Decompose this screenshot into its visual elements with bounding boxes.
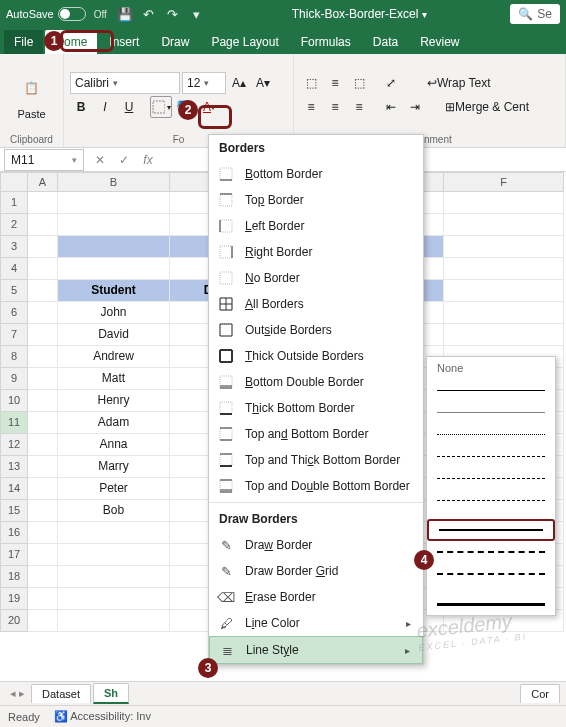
col-head-B[interactable]: B — [58, 172, 170, 192]
search-box[interactable]: 🔍 Se — [510, 4, 560, 24]
row-head[interactable]: 13 — [0, 456, 28, 478]
cell[interactable] — [444, 302, 564, 324]
menu-item-border[interactable]: Thick Outside Borders — [209, 343, 423, 369]
cell[interactable]: Adam — [58, 412, 170, 434]
row-head[interactable]: 5 — [0, 280, 28, 302]
qa-more-icon[interactable]: ▾ — [187, 4, 207, 24]
cell[interactable]: Bob — [58, 500, 170, 522]
cell[interactable] — [28, 236, 58, 258]
sheet-nav[interactable]: ◂ ▸ — [6, 687, 29, 700]
paste-button[interactable]: 📋 — [14, 70, 50, 106]
cell[interactable] — [28, 566, 58, 588]
cell[interactable] — [28, 478, 58, 500]
line-style-option[interactable] — [427, 467, 555, 489]
cell[interactable]: Student — [58, 280, 170, 302]
cell[interactable]: David — [58, 324, 170, 346]
menu-item-border[interactable]: Outside Borders — [209, 317, 423, 343]
underline-button[interactable]: U — [118, 96, 140, 118]
row-head[interactable]: 14 — [0, 478, 28, 500]
align-right-button[interactable]: ≡ — [348, 96, 370, 118]
cell[interactable] — [58, 192, 170, 214]
cell[interactable] — [28, 544, 58, 566]
line-style-none[interactable]: None — [427, 357, 555, 379]
sheet-tab-right[interactable]: Cor — [520, 684, 560, 703]
cell[interactable]: Andrew — [58, 346, 170, 368]
menu-item-pen[interactable]: 🖊Line Color▸ — [209, 610, 423, 636]
accessibility-status[interactable]: ♿ Accessibility: Inv — [54, 710, 151, 723]
cell[interactable] — [28, 588, 58, 610]
sheet-tab-dataset[interactable]: Dataset — [31, 684, 91, 703]
cell[interactable] — [28, 302, 58, 324]
menu-item-border[interactable]: Top Border — [209, 187, 423, 213]
cell[interactable] — [28, 368, 58, 390]
row-head[interactable]: 3 — [0, 236, 28, 258]
indent-inc-button[interactable]: ⇥ — [404, 96, 426, 118]
row-head[interactable]: 15 — [0, 500, 28, 522]
menu-item-lines[interactable]: ≣Line Style▸ — [209, 636, 423, 664]
cell[interactable] — [58, 610, 170, 632]
cell[interactable] — [58, 588, 170, 610]
row-head[interactable]: 19 — [0, 588, 28, 610]
font-color-button[interactable]: A▾ — [198, 96, 220, 118]
menu-item-border[interactable]: Bottom Border — [209, 161, 423, 187]
cell[interactable] — [444, 214, 564, 236]
name-box[interactable]: M11▾ — [4, 149, 84, 171]
merge-center-button[interactable]: ⊞ Merge & Cent — [440, 96, 534, 118]
row-head[interactable]: 6 — [0, 302, 28, 324]
row-head[interactable]: 11 — [0, 412, 28, 434]
row-head[interactable]: 8 — [0, 346, 28, 368]
shrink-font-button[interactable]: A▾ — [252, 72, 274, 94]
line-style-option[interactable] — [427, 489, 555, 511]
cell[interactable] — [28, 390, 58, 412]
align-bottom-button[interactable]: ⬚ — [348, 72, 370, 94]
col-head-A[interactable]: A — [28, 172, 58, 192]
cell[interactable]: John — [58, 302, 170, 324]
cell[interactable] — [444, 280, 564, 302]
cell[interactable] — [28, 610, 58, 632]
menu-item-border[interactable]: Right Border — [209, 239, 423, 265]
cell[interactable] — [28, 434, 58, 456]
row-head[interactable]: 2 — [0, 214, 28, 236]
cell[interactable] — [28, 456, 58, 478]
fx-icon[interactable]: fx — [136, 153, 160, 167]
cell[interactable] — [444, 236, 564, 258]
cancel-icon[interactable]: ✕ — [88, 153, 112, 167]
menu-item-pencil[interactable]: ✎Draw Border — [209, 532, 423, 558]
line-style-option[interactable] — [427, 519, 555, 541]
cell[interactable]: Matt — [58, 368, 170, 390]
menu-item-eraser[interactable]: ⌫Erase Border — [209, 584, 423, 610]
tab-draw[interactable]: Draw — [151, 30, 199, 54]
sheet-tab-active[interactable]: Sh — [93, 683, 129, 704]
borders-split-button[interactable]: ▾ — [150, 96, 172, 118]
enter-icon[interactable]: ✓ — [112, 153, 136, 167]
cell[interactable]: Anna — [58, 434, 170, 456]
menu-item-border[interactable]: Thick Bottom Border — [209, 395, 423, 421]
cell[interactable] — [28, 346, 58, 368]
cell[interactable] — [28, 522, 58, 544]
autosave-toggle[interactable] — [58, 7, 86, 21]
menu-item-border[interactable]: Top and Bottom Border — [209, 421, 423, 447]
row-head[interactable]: 17 — [0, 544, 28, 566]
align-middle-button[interactable]: ≡ — [324, 72, 346, 94]
cell[interactable] — [28, 192, 58, 214]
row-head[interactable]: 1 — [0, 192, 28, 214]
menu-item-border[interactable]: All Borders — [209, 291, 423, 317]
cell[interactable] — [58, 236, 170, 258]
row-head[interactable]: 9 — [0, 368, 28, 390]
tab-file[interactable]: File — [4, 30, 43, 54]
menu-item-pencilgrid[interactable]: ✎Draw Border Grid — [209, 558, 423, 584]
menu-item-border[interactable]: Top and Double Bottom Border — [209, 473, 423, 499]
redo-icon[interactable]: ↷ — [163, 4, 183, 24]
cell[interactable]: Peter — [58, 478, 170, 500]
menu-item-border[interactable]: Bottom Double Border — [209, 369, 423, 395]
cell[interactable] — [28, 412, 58, 434]
cell[interactable] — [28, 500, 58, 522]
align-top-button[interactable]: ⬚ — [300, 72, 322, 94]
bold-button[interactable]: B — [70, 96, 92, 118]
wrap-text-button[interactable]: ↩ Wrap Text — [422, 72, 496, 94]
line-style-option[interactable] — [427, 563, 555, 585]
cell[interactable] — [58, 214, 170, 236]
cell[interactable] — [444, 324, 564, 346]
cell[interactable] — [28, 214, 58, 236]
undo-icon[interactable]: ↶ — [139, 4, 159, 24]
